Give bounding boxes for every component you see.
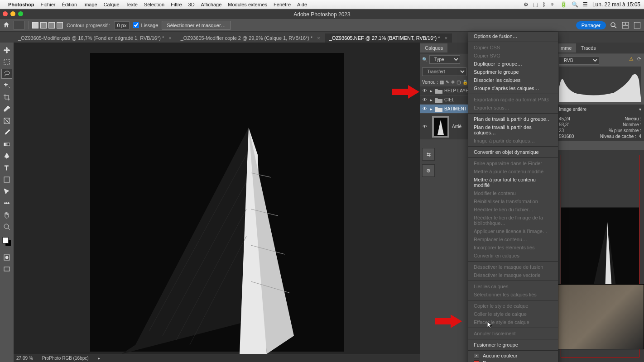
shape-tool[interactable] — [1, 175, 12, 185]
chevron-right-icon[interactable]: ▸ — [430, 98, 433, 102]
layer-name[interactable]: Arriè — [452, 124, 461, 129]
adjustments-collapsed-icon[interactable]: ⚙ — [422, 164, 435, 177]
select-and-mask-button[interactable]: Sélectionner et masquer… — [162, 21, 231, 30]
type-tool[interactable]: T — [1, 163, 12, 173]
layer-name[interactable]: CIEL — [444, 97, 454, 102]
chevron-right-icon[interactable]: ▸ — [430, 89, 433, 93]
tool-preset-picker[interactable] — [14, 21, 24, 30]
tab-layers[interactable]: Calques — [420, 43, 447, 52]
fullscreen-icon[interactable] — [633, 21, 641, 29]
visibility-toggle[interactable]: 👁 — [420, 124, 429, 129]
selection-add-icon[interactable] — [40, 22, 47, 29]
context-menu-item[interactable]: Fusionner le groupe — [468, 341, 558, 349]
context-menu-item[interactable]: Options de fusion… — [468, 32, 558, 40]
visibility-toggle[interactable]: 👁 — [420, 106, 429, 111]
status-icon[interactable]: ⚙︎ — [524, 1, 529, 8]
wifi-icon[interactable]: ᯤ — [550, 1, 556, 8]
close-icon[interactable]: × — [168, 35, 171, 41]
menu-layer[interactable]: Calque — [104, 2, 120, 7]
histogram-channel-select[interactable]: RVB — [559, 56, 599, 65]
gradient-tool[interactable] — [1, 139, 12, 149]
chevron-right-icon[interactable]: ▸ — [430, 107, 433, 111]
tab-histogram[interactable]: mme — [556, 43, 576, 52]
tab-paths[interactable]: Tracés — [576, 43, 600, 52]
control-center-icon[interactable]: ☰ — [583, 1, 588, 8]
document-tab[interactable]: _OZ93605-Modifier.psb @ 16,7% (Fond en d… — [14, 33, 176, 43]
lock-artboard-icon[interactable]: ▢ — [457, 80, 461, 85]
search-icon[interactable] — [610, 21, 618, 29]
feather-input[interactable]: 0 px — [114, 21, 130, 29]
clock[interactable]: Lun. 22 mai à 15:05 — [592, 1, 640, 8]
lock-pixels-icon[interactable]: ✎ — [446, 80, 449, 85]
context-color-item[interactable]: ×Aucune couleur — [468, 352, 558, 359]
layer-name[interactable]: BATIMENT — [444, 106, 467, 111]
document-tab[interactable]: _OZ93605.NEF @ 27,1% (BATIMENT, RVB/16*)… — [325, 33, 452, 43]
context-menu-item[interactable]: Dupliquer le groupe… — [468, 60, 558, 68]
menu-selection[interactable]: Sélection — [144, 2, 164, 7]
visibility-toggle[interactable]: 👁 — [420, 88, 429, 93]
brush-tool[interactable] — [1, 128, 12, 138]
lock-position-icon[interactable]: ✥ — [451, 80, 455, 85]
context-menu-item[interactable]: Supprimer le groupe — [468, 68, 558, 76]
blend-mode-select[interactable]: Transfert — [422, 67, 466, 76]
lock-all-icon[interactable]: 🔒 — [462, 80, 468, 85]
bluetooth-icon[interactable]: ᛒ — [543, 1, 546, 8]
menu-3d[interactable]: 3D — [188, 2, 195, 7]
context-menu-item[interactable]: Dissocier les calques — [468, 76, 558, 84]
layer-kind-filter[interactable]: Type — [429, 55, 460, 64]
close-icon[interactable]: × — [317, 35, 320, 41]
move-tool[interactable] — [1, 45, 12, 55]
minimize-window[interactable] — [10, 11, 15, 16]
context-color-item[interactable]: Rouge — [468, 359, 558, 362]
tile-icon[interactable] — [621, 21, 630, 29]
menu-file[interactable]: Fichier — [40, 2, 55, 7]
screen-mode-tool[interactable] — [1, 264, 12, 274]
menu-edit[interactable]: Édition — [62, 2, 77, 7]
edit-toolbar-tool[interactable] — [1, 198, 12, 208]
color-profile[interactable]: ProPhoto RGB (16bpc) — [42, 356, 89, 361]
eyedropper-tool[interactable] — [1, 104, 12, 114]
status-icon[interactable]: ⬚ — [533, 1, 538, 8]
search-icon[interactable]: 🔍 — [572, 1, 578, 8]
close-icon[interactable]: × — [445, 35, 447, 41]
selection-subtract-icon[interactable] — [48, 22, 55, 29]
menu-plugins[interactable]: Modules externes — [228, 2, 267, 7]
menu-window[interactable]: Fenêtre — [274, 2, 291, 7]
hand-tool[interactable] — [1, 210, 12, 220]
menu-help[interactable]: Aide — [297, 2, 307, 7]
antialias-checkbox[interactable]: Lissage — [133, 22, 158, 28]
close-window[interactable] — [3, 11, 8, 16]
zoom-level[interactable]: 27,09 % — [16, 356, 33, 361]
zoom-tool[interactable] — [1, 222, 12, 232]
lock-transparency-icon[interactable]: ▦ — [440, 80, 444, 85]
menu-filter[interactable]: Filtre — [171, 2, 182, 7]
share-button[interactable]: Partager — [576, 21, 606, 29]
wand-tool[interactable] — [1, 81, 12, 90]
chevron-right-icon[interactable]: ▸ — [98, 356, 100, 361]
battery-icon[interactable]: 🔋 — [560, 1, 567, 8]
lasso-tool[interactable] — [1, 69, 12, 79]
selection-intersect-icon[interactable] — [57, 22, 63, 29]
document-tab[interactable]: _OZ93605-Modifier copie 2 @ 29,9% (Calqu… — [176, 33, 325, 43]
context-menu-item[interactable]: Convertir en objet dynamique — [468, 148, 558, 156]
context-menu-item[interactable]: Groupe d'après les calques… — [468, 84, 558, 92]
properties-collapsed-icon[interactable]: ⇆ — [422, 148, 435, 161]
context-menu-item[interactable]: Plan de travail à partir du groupe… — [468, 115, 558, 123]
context-menu-item[interactable]: Mettre à jour tout le contenu modifié — [468, 176, 558, 189]
refresh-icon[interactable]: ⟳ — [637, 56, 641, 62]
home-icon[interactable] — [3, 21, 10, 29]
marquee-tool[interactable] — [1, 57, 12, 67]
menu-image[interactable]: Image — [83, 2, 97, 7]
canvas[interactable] — [14, 43, 420, 362]
chevron-down-icon[interactable]: ▾ — [639, 106, 641, 112]
path-selection-tool[interactable] — [1, 186, 12, 196]
context-menu-item[interactable]: Plan de travail à partir des calques… — [468, 123, 558, 137]
warning-icon[interactable]: ⚠ — [629, 56, 634, 62]
layer-thumbnail[interactable] — [432, 116, 449, 138]
menu-text[interactable]: Texte — [126, 2, 138, 7]
pen-tool[interactable] — [1, 151, 12, 161]
quick-mask-tool[interactable] — [1, 252, 12, 262]
color-swatches[interactable] — [2, 237, 11, 246]
menu-view[interactable]: Affichage — [201, 2, 222, 7]
selection-new-icon[interactable] — [32, 22, 38, 29]
